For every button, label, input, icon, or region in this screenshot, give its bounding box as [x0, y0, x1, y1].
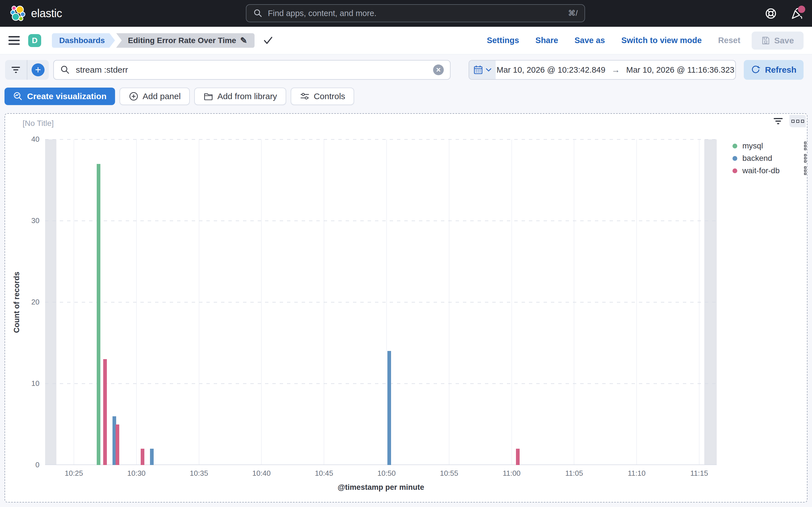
menu-button[interactable]	[8, 36, 20, 45]
filter-menu-button[interactable]	[5, 60, 27, 80]
x-tick-label: 11:10	[620, 469, 654, 478]
date-to[interactable]: Mar 10, 2026 @ 11:16:36.323	[626, 65, 734, 75]
add-panel-button[interactable]: Add panel	[119, 88, 190, 105]
top-header: elastic Find apps, content, and more. ⌘/	[0, 0, 812, 27]
settings-link[interactable]: Settings	[487, 36, 519, 45]
edit-toolbar: Create visualization Add panel Add from …	[0, 86, 812, 113]
y-tick-label: 20	[20, 298, 40, 306]
date-range-picker: Mar 10, 2026 @ 10:23:42.849 → Mar 10, 20…	[469, 60, 736, 80]
add-from-library-button[interactable]: Add from library	[194, 88, 286, 105]
refresh-button-label: Refresh	[765, 65, 797, 75]
share-link[interactable]: Share	[536, 36, 558, 45]
folder-icon	[203, 91, 213, 101]
controls-button[interactable]: Controls	[291, 88, 354, 105]
notification-badge	[798, 6, 805, 13]
x-tick-label: 10:45	[307, 469, 341, 478]
lens-chart-icon	[13, 91, 23, 101]
legend-label: wait-for-db	[742, 166, 804, 175]
chart: Count of records @timestamp per minute m…	[5, 133, 807, 502]
reset-link[interactable]: Reset	[718, 36, 741, 45]
chart-legend: mysqlbackendwait-for-db	[732, 140, 806, 177]
edit-title-pencil-icon[interactable]: ✎	[240, 36, 247, 45]
breadcrumb-current-page[interactable]: Editing Error Rate Over Time ✎	[116, 33, 255, 48]
help-button[interactable]	[764, 7, 777, 20]
save-disk-icon	[761, 36, 770, 45]
legend-label: mysql	[742, 142, 804, 151]
y-tick-label: 10	[20, 379, 40, 388]
space-avatar[interactable]: D	[28, 34, 41, 47]
chart-bar-backend[interactable]	[150, 449, 154, 465]
chart-bar-wait-for-db[interactable]	[516, 449, 520, 465]
x-tick-label: 11:15	[682, 469, 716, 478]
x-tick-label: 10:40	[245, 469, 278, 478]
series-color-dot	[732, 144, 737, 149]
breadcrumb: Dashboards Editing Error Rate Over Time …	[52, 33, 255, 48]
save-button[interactable]: Save	[752, 32, 804, 50]
add-from-library-label: Add from library	[217, 92, 277, 101]
y-tick-label: 0	[20, 460, 40, 469]
legend-label: backend	[742, 154, 804, 163]
elastic-logo-icon	[10, 5, 27, 22]
arrow-right-icon: →	[612, 65, 620, 75]
breadcrumb-dashboards[interactable]: Dashboards	[52, 33, 115, 48]
legend-item[interactable]: backend	[732, 152, 806, 165]
plus-icon: +	[32, 63, 45, 76]
nav-bar: D Dashboards Editing Error Rate Over Tim…	[0, 27, 812, 54]
create-visualization-button[interactable]: Create visualization	[4, 88, 115, 105]
x-tick-label: 10:50	[370, 469, 403, 478]
query-input[interactable]: stream :stderr ×	[53, 60, 451, 80]
filter-icon	[11, 67, 20, 73]
dashboard-title: Editing Error Rate Over Time	[128, 36, 236, 45]
brand-name: elastic	[31, 7, 62, 20]
y-tick-label: 40	[20, 135, 40, 144]
global-search-input[interactable]: Find apps, content, and more. ⌘/	[246, 4, 585, 22]
save-as-link[interactable]: Save as	[574, 36, 605, 45]
add-filter-button[interactable]: +	[28, 60, 49, 80]
controls-label: Controls	[314, 92, 345, 101]
check-icon	[262, 35, 274, 46]
filter-controls: +	[5, 60, 49, 80]
plus-circle-icon	[129, 91, 139, 101]
chart-bar-backend[interactable]	[388, 351, 391, 465]
save-button-label: Save	[774, 36, 794, 45]
x-tick-label: 10:55	[432, 469, 466, 478]
life-ring-icon	[765, 7, 777, 20]
legend-actions-button[interactable]	[804, 166, 806, 175]
chart-bar-wait-for-db[interactable]	[116, 425, 119, 465]
create-visualization-label: Create visualization	[27, 92, 107, 101]
y-tick-label: 30	[20, 216, 40, 225]
query-text: stream :stderr	[76, 65, 433, 75]
x-tick-label: 11:00	[495, 469, 529, 478]
refresh-button[interactable]: Refresh	[744, 60, 804, 80]
y-gridline	[45, 383, 717, 384]
x-tick-label: 10:35	[182, 469, 216, 478]
legend-item[interactable]: wait-for-db	[732, 165, 806, 177]
panel-options-button[interactable]	[790, 115, 806, 127]
date-picker-menu-button[interactable]	[469, 61, 496, 79]
chevron-down-icon	[486, 68, 492, 72]
panel-filter-icon[interactable]	[774, 118, 783, 124]
panel-title: [No Title]	[22, 119, 54, 128]
clear-query-button[interactable]: ×	[433, 64, 444, 75]
dashboard-panel[interactable]: [No Title] Count of records @timestamp p…	[4, 113, 808, 503]
x-tick-label: 10:30	[119, 469, 153, 478]
search-shortcut: ⌘/	[568, 9, 578, 18]
legend-item[interactable]: mysql	[732, 140, 806, 152]
search-icon	[60, 65, 70, 75]
whats-new-button[interactable]	[790, 7, 804, 20]
x-axis-title: @timestamp per minute	[45, 483, 717, 492]
add-panel-label: Add panel	[143, 92, 181, 101]
chart-bar-mysql[interactable]	[97, 164, 100, 465]
legend-actions-button[interactable]	[804, 154, 806, 163]
y-gridline	[45, 302, 717, 302]
y-gridline	[45, 221, 717, 221]
chart-bar-wait-for-db[interactable]	[141, 449, 144, 465]
date-from[interactable]: Mar 10, 2026 @ 10:23:42.849	[497, 65, 605, 75]
sliders-icon	[300, 91, 310, 101]
series-color-dot	[732, 156, 737, 161]
legend-actions-button[interactable]	[804, 142, 806, 150]
plot-area	[45, 139, 717, 465]
chart-bar-wait-for-db[interactable]	[103, 359, 107, 465]
switch-to-view-mode-link[interactable]: Switch to view mode	[621, 36, 702, 45]
search-placeholder: Find apps, content, and more.	[268, 9, 568, 18]
